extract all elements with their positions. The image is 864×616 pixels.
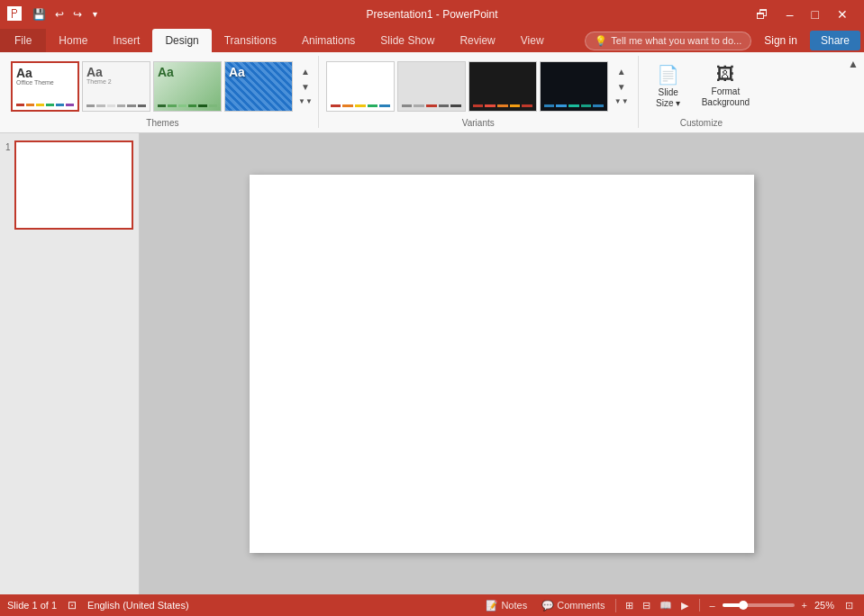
title-bar: 🅿 💾 ↩ ↪ ▼ Presentation1 - PowerPoint 🗗 –…	[0, 0, 864, 29]
minimize-button[interactable]: –	[778, 5, 803, 23]
window-title: Presentation1 - PowerPoint	[366, 8, 497, 21]
variants-scroll-up[interactable]: ▲	[613, 65, 631, 78]
fit-slide-icon[interactable]: ⊡	[68, 599, 77, 611]
slide-size-label: SlideSize ▾	[656, 87, 680, 109]
notes-icon: 📝	[486, 600, 498, 611]
theme-office[interactable]: Aa Office Theme	[11, 61, 79, 112]
zoom-in-button[interactable]: +	[798, 599, 811, 611]
restore-button[interactable]: 🗗	[747, 5, 778, 23]
slide-1-wrapper: 1	[5, 140, 133, 230]
tab-view[interactable]: View	[508, 29, 557, 52]
undo-qat-button[interactable]: ↩	[51, 6, 68, 23]
slideshow-button[interactable]: ▶	[678, 599, 692, 612]
tab-home[interactable]: Home	[46, 29, 100, 52]
main-area: 1	[0, 133, 864, 594]
tab-animations[interactable]: Animations	[289, 29, 368, 52]
ribbon-collapse-button[interactable]: ▲	[846, 56, 860, 72]
reading-view-button[interactable]: 📖	[656, 599, 676, 612]
variants-area: ▲ ▼ ▼▼	[326, 56, 631, 116]
themes-scroll-down[interactable]: ▼	[296, 80, 314, 94]
themes-section-label: Themes	[11, 116, 314, 128]
variant-white[interactable]	[326, 61, 395, 112]
slide-1-thumbnail[interactable]	[14, 140, 133, 230]
customize-section-label: Customize	[646, 116, 757, 128]
save-qat-button[interactable]: 💾	[29, 6, 50, 23]
share-button[interactable]: Share	[810, 31, 860, 50]
slide-info: Slide 1 of 1	[7, 600, 57, 611]
customize-qat-button[interactable]: ▼	[87, 8, 103, 21]
sign-in-button[interactable]: Sign in	[757, 31, 805, 50]
zoom-controls: – + 25%	[699, 599, 834, 611]
zoom-track[interactable]	[723, 603, 795, 607]
themes-scroll-up[interactable]: ▲	[296, 65, 314, 78]
quick-access-toolbar: 💾 ↩ ↪ ▼	[29, 6, 103, 23]
variant-dark[interactable]	[540, 61, 608, 112]
variants-scroll-down[interactable]: ▼	[613, 80, 631, 94]
maximize-button[interactable]: □	[803, 5, 828, 23]
variants-more[interactable]: ▼▼	[613, 95, 631, 107]
comments-icon: 💬	[541, 600, 554, 611]
tab-review[interactable]: Review	[447, 29, 507, 52]
canvas-area[interactable]	[140, 133, 864, 594]
variant-gray[interactable]	[397, 61, 466, 112]
slide-size-button[interactable]: 📄 SlideSize ▾	[646, 58, 691, 115]
zoom-handle[interactable]	[739, 601, 748, 610]
comments-button[interactable]: 💬 Comments	[538, 599, 608, 612]
redo-qat-button[interactable]: ↪	[69, 6, 86, 23]
theme-aa2[interactable]: Aa Theme 2	[82, 61, 150, 112]
format-bg-icon: 🖼	[716, 64, 734, 85]
ribbon-content: Aa Office Theme Aa Theme 2	[0, 52, 864, 133]
ribbon-tabs: File Home Insert Design Transitions Anim…	[0, 29, 864, 52]
variants-section-label: Variants	[326, 116, 631, 128]
themes-area: Aa Office Theme Aa Theme 2	[11, 56, 314, 116]
notes-button[interactable]: 📝 Notes	[482, 599, 531, 612]
themes-more[interactable]: ▼▼	[296, 95, 314, 107]
tab-file[interactable]: File	[0, 29, 46, 52]
theme-green[interactable]: Aa	[153, 61, 222, 112]
tab-insert[interactable]: Insert	[100, 29, 152, 52]
zoom-fill	[723, 603, 741, 607]
format-background-label: FormatBackground	[702, 86, 750, 108]
tab-transitions[interactable]: Transitions	[212, 29, 289, 52]
notes-label: Notes	[501, 600, 527, 611]
fit-slide-button[interactable]: ⊡	[841, 599, 857, 612]
tab-design[interactable]: Design	[152, 29, 211, 52]
title-bar-left: 🅿 💾 ↩ ↪ ▼	[7, 6, 103, 23]
format-background-button[interactable]: 🖼 FormatBackground	[695, 58, 757, 115]
lightbulb-icon: 💡	[595, 35, 607, 47]
zoom-percent: 25%	[814, 600, 834, 611]
app-icon: 🅿	[7, 6, 22, 23]
tell-me-text: Tell me what you want to do...	[611, 35, 741, 46]
slide-1-number: 1	[5, 142, 11, 152]
tab-row-right: 💡 Tell me what you want to do... Sign in…	[585, 31, 860, 50]
slide-size-icon: 📄	[657, 64, 679, 86]
close-button[interactable]: ✕	[828, 5, 857, 23]
normal-view-button[interactable]: ⊞	[622, 599, 637, 612]
status-bar: Slide 1 of 1 ⊡ English (United States) 📝…	[0, 594, 864, 616]
status-bar-right: 📝 Notes 💬 Comments ⊞ ⊟ 📖 ▶ – + 25% ⊡	[482, 599, 857, 612]
comments-label: Comments	[557, 600, 605, 611]
language-info: English (United States)	[87, 600, 189, 611]
customize-area: 📄 SlideSize ▾ 🖼 FormatBackground	[646, 56, 757, 116]
slide-sorter-button[interactable]: ⊟	[639, 599, 654, 612]
tab-slideshow[interactable]: Slide Show	[368, 29, 447, 52]
variant-black[interactable]	[468, 61, 537, 112]
theme-pattern[interactable]: Aa	[224, 61, 293, 112]
slide-panel: 1	[0, 133, 140, 594]
zoom-out-button[interactable]: –	[705, 599, 718, 611]
slide-canvas[interactable]	[250, 175, 754, 553]
tell-me-box[interactable]: 💡 Tell me what you want to do...	[585, 32, 751, 50]
